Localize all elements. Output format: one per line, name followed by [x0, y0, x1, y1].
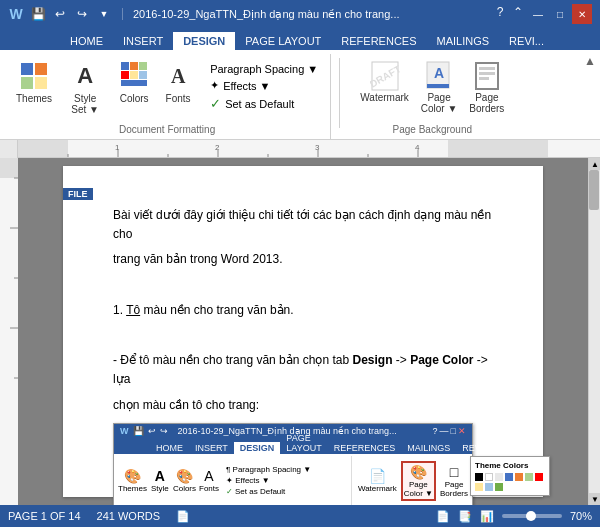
style-set-button[interactable]: A StyleSet ▼ [60, 58, 110, 121]
scroll-down-button[interactable]: ▼ [589, 493, 600, 505]
page-borders-icon [471, 60, 503, 92]
view-icon-3[interactable]: 📊 [480, 510, 494, 523]
svg-rect-4 [121, 62, 129, 70]
tab-home[interactable]: HOME [60, 32, 113, 50]
svg-rect-14 [427, 84, 449, 88]
nested-default: ✓Set as Default [226, 487, 311, 496]
ribbon-tabs: HOME INSERT DESIGN PAGE LAYOUT REFERENCE… [0, 28, 600, 50]
minimize-button[interactable]: — [528, 4, 548, 24]
set-as-default-label: Set as Default [225, 98, 294, 110]
zoom-slider[interactable] [502, 514, 562, 518]
themes-button[interactable]: Themes [12, 58, 56, 121]
svg-rect-36 [0, 158, 18, 178]
doc-formatting-label: Document Formatting [4, 124, 330, 135]
nested-tab-revi: REVI... [456, 442, 497, 454]
tab-references[interactable]: REFERENCES [331, 32, 426, 50]
style-set-icon: A [69, 60, 101, 92]
colors-icon [118, 60, 150, 92]
nested-watermark-btn: 📄 Watermark [358, 468, 397, 493]
svg-rect-18 [479, 72, 495, 75]
ribbon-collapse-icon[interactable]: ⌃ [510, 4, 526, 20]
effects-button[interactable]: ✦ Effects ▼ [206, 78, 322, 93]
svg-rect-19 [479, 77, 489, 80]
save-icon[interactable]: 💾 [30, 6, 46, 22]
svg-text:2: 2 [215, 143, 220, 152]
ribbon: Themes A StyleSet ▼ [0, 50, 600, 140]
effects-label: Effects ▼ [223, 80, 270, 92]
svg-text:4: 4 [415, 143, 420, 152]
close-button[interactable]: ✕ [572, 4, 592, 24]
nested-tab-insert: INSERT [189, 442, 234, 454]
para-3 [113, 276, 493, 295]
para-4: 1. Tô màu nền cho trang văn bản. [113, 301, 493, 320]
tab-mailings[interactable]: MAILINGS [427, 32, 500, 50]
document-scroll[interactable]: Bài viết dưới đây giới thiệu chi tiết tớ… [18, 158, 588, 505]
help-icon[interactable]: ? [492, 4, 508, 20]
svg-text:3: 3 [315, 143, 320, 152]
fonts-button[interactable]: A Fonts [158, 58, 198, 121]
tab-review[interactable]: REVI... [499, 32, 554, 50]
undo-icon[interactable]: ↩ [52, 6, 68, 22]
svg-rect-1 [35, 63, 47, 75]
nested-effects: ✦ Effects ▼ [226, 476, 311, 485]
svg-rect-21 [18, 140, 68, 157]
tab-insert[interactable]: INSERT [113, 32, 173, 50]
page-color-icon: A [423, 60, 455, 92]
svg-rect-5 [130, 62, 138, 70]
restore-button[interactable]: □ [550, 4, 570, 24]
zoom-level[interactable]: 70% [570, 510, 592, 522]
page-background-group: DRAFT Watermark A PageColor ▼ [348, 54, 516, 139]
nested-tab-design: DESIGN [234, 442, 281, 454]
svg-text:A: A [434, 65, 444, 81]
customize-icon[interactable]: ▼ [96, 6, 112, 22]
tab-design[interactable]: DESIGN [173, 32, 235, 50]
para-5 [113, 326, 493, 345]
nested-screenshot: W 💾↩↪ 2016-10-29_NgaTTN_Định dạng màu nề… [113, 423, 473, 505]
svg-rect-2 [21, 77, 33, 89]
view-icon-1[interactable]: 📄 [436, 510, 450, 523]
page-bg-label: Page Background [348, 124, 516, 135]
watermark-label: Watermark [360, 92, 409, 103]
watermark-button[interactable]: DRAFT Watermark [356, 58, 413, 116]
svg-rect-9 [139, 71, 147, 79]
word-count: 241 WORDS [97, 510, 161, 522]
scroll-up-button[interactable]: ▲ [589, 158, 600, 170]
page-color-button[interactable]: A PageColor ▼ [417, 58, 462, 116]
theme-colors-panel: Theme Colors [470, 456, 550, 496]
nested-tab-refs: REFERENCES [328, 442, 402, 454]
paragraph-spacing-button[interactable]: Paragraph Spacing ▼ [206, 62, 322, 76]
para-1: Bài viết dưới đây giới thiệu chi tiết tớ… [113, 206, 493, 244]
nested-para-spacing: ¶ Paragraph Spacing ▼ [226, 465, 311, 474]
status-bar: PAGE 1 OF 14 241 WORDS 📄 📄 📑 📊 70% [0, 505, 600, 527]
ribbon-collapse-arrow[interactable]: ▲ [584, 54, 596, 68]
svg-rect-0 [21, 63, 33, 75]
scroll-thumb[interactable] [589, 170, 599, 210]
vertical-ruler [0, 158, 18, 505]
nested-file-btn: FILE [63, 188, 93, 200]
nested-page-color-btn: 🎨 Page Color ▼ [401, 461, 436, 501]
theme-colors-label: Theme Colors [475, 461, 545, 470]
checkmark-icon: ✓ [210, 96, 221, 111]
page-bg-items: DRAFT Watermark A PageColor ▼ [356, 54, 508, 116]
style-set-label: StyleSet ▼ [71, 93, 99, 115]
redo-icon[interactable]: ↪ [74, 6, 90, 22]
para-6: - Để tô màu nền cho trang văn bản chọn t… [113, 351, 493, 389]
svg-rect-6 [139, 62, 147, 70]
page-borders-button[interactable]: PageBorders [465, 58, 508, 116]
zoom-thumb[interactable] [526, 511, 536, 521]
para-2: trang văn bản trong Word 2013. [113, 250, 493, 269]
svg-text:DRAFT: DRAFT [370, 63, 400, 89]
page-borders-label: PageBorders [469, 92, 504, 114]
view-icon-2[interactable]: 📑 [458, 510, 472, 523]
status-bar-right: 📄 📑 📊 70% [436, 510, 592, 523]
right-scrollbar[interactable]: ▲ ▼ [588, 158, 600, 505]
document-text: Bài viết dưới đây giới thiệu chi tiết tớ… [113, 206, 493, 415]
svg-rect-17 [479, 67, 495, 70]
page-info: PAGE 1 OF 14 [8, 510, 81, 522]
tab-page-layout[interactable]: PAGE LAYOUT [235, 32, 331, 50]
nested-colors-btn: 🎨 Colors [173, 468, 196, 493]
ribbon-items-left: Themes A StyleSet ▼ [12, 54, 322, 121]
colors-button[interactable]: Colors [114, 58, 154, 121]
window-controls[interactable]: ? ⌃ — □ ✕ [492, 4, 592, 24]
set-as-default-button[interactable]: ✓ Set as Default [206, 95, 322, 112]
